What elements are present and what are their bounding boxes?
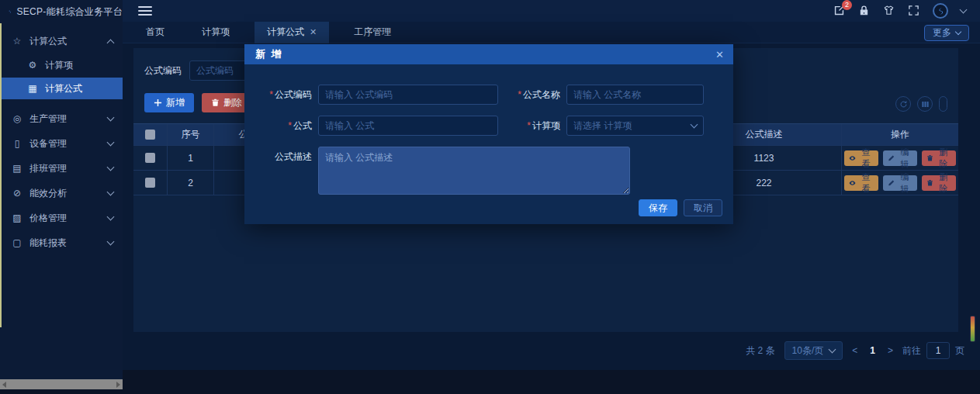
- save-button[interactable]: 保存: [639, 199, 677, 216]
- edit-button[interactable]: 编辑: [883, 175, 917, 191]
- chevron-down-icon: [107, 188, 115, 196]
- tab-process-mgmt[interactable]: 工序管理: [341, 22, 403, 43]
- trash-icon: [926, 179, 933, 187]
- star-icon: ☆: [11, 36, 23, 47]
- prev-page-button[interactable]: <: [852, 345, 857, 356]
- formula-name-input[interactable]: [566, 85, 704, 105]
- scroll-left-arrow[interactable]: [2, 382, 6, 388]
- filter-label: 公式编码: [144, 64, 182, 78]
- row-checkbox[interactable]: [145, 178, 155, 188]
- report-icon: ▢: [11, 237, 23, 248]
- sidebar-item-calc-item[interactable]: ⚙ 计算项: [0, 54, 123, 76]
- modal-header: 新 增 ✕: [244, 44, 733, 64]
- field-label-desc: 公式描述: [275, 151, 312, 162]
- refresh-icon[interactable]: [895, 96, 911, 112]
- formula-input[interactable]: [318, 116, 498, 136]
- field-label-code: 公式编码: [275, 89, 312, 100]
- sidebar-horizontal-scrollbar[interactable]: [0, 379, 123, 389]
- tab-home[interactable]: 首页: [133, 22, 177, 43]
- total-count: 共 2 条: [746, 344, 774, 358]
- grid-icon: ▦: [26, 83, 39, 94]
- select-all-checkbox[interactable]: [145, 130, 155, 140]
- formula-desc-textarea[interactable]: [318, 147, 630, 195]
- lock-icon[interactable]: [858, 5, 871, 17]
- chevron-up-icon: [107, 39, 115, 47]
- goto-page-input[interactable]: [926, 342, 950, 359]
- row-index: 2: [168, 171, 214, 195]
- next-page-button[interactable]: >: [888, 345, 893, 356]
- chevron-down-icon[interactable]: [960, 6, 968, 14]
- row-index: 1: [168, 146, 214, 170]
- plus-icon: [154, 98, 162, 107]
- column-settings-icon[interactable]: [917, 96, 933, 112]
- hamburger-menu-icon[interactable]: [138, 6, 152, 16]
- gear-icon: ⚙: [26, 60, 39, 71]
- avatar[interactable]: [933, 3, 948, 19]
- more-button[interactable]: 更多: [924, 25, 969, 41]
- close-tab-icon[interactable]: ✕: [310, 27, 317, 37]
- view-button[interactable]: 查看: [844, 175, 878, 191]
- sidebar: SECP-能耗综合业务平台 ☆ 计算公式 ⚙ 计算项 ▦ 计算公式 ◎ 生产管理…: [0, 0, 123, 379]
- row-checkbox[interactable]: [145, 153, 155, 163]
- formula-code-input[interactable]: [318, 85, 498, 105]
- sidebar-item-calc-formula-group[interactable]: ☆ 计算公式: [0, 29, 123, 53]
- chevron-down-icon: [691, 121, 698, 129]
- fullscreen-icon[interactable]: [908, 5, 920, 17]
- sidebar-item-report[interactable]: ▢ 能耗报表: [0, 231, 123, 254]
- edit-button[interactable]: 编辑: [883, 150, 917, 166]
- sidebar-item-price[interactable]: ▨ 价格管理: [0, 206, 123, 230]
- production-icon: ◎: [11, 113, 23, 124]
- sidebar-item-production[interactable]: ◎ 生产管理: [0, 107, 123, 130]
- app-logo-row: SECP-能耗综合业务平台: [0, 0, 123, 23]
- pagination: 共 2 条 10条/页 < 1 > 前往 页: [746, 341, 964, 360]
- add-button[interactable]: 新增: [144, 93, 194, 112]
- mini-scroll-indicator[interactable]: [970, 316, 975, 342]
- page-size-select[interactable]: 10条/页: [784, 341, 843, 360]
- theme-shirt-icon[interactable]: [883, 5, 895, 17]
- modal-title: 新 增: [255, 47, 283, 61]
- message-icon[interactable]: 2: [833, 5, 846, 17]
- chevron-down-icon: [107, 213, 115, 221]
- required-asterisk: *: [288, 120, 292, 131]
- trash-icon: [211, 98, 220, 107]
- view-button[interactable]: 查看: [844, 150, 878, 166]
- notification-badge: 2: [842, 0, 852, 10]
- pencil-icon: [888, 179, 895, 187]
- field-label-name: 公式名称: [523, 89, 560, 100]
- sidebar-item-schedule[interactable]: ▤ 排班管理: [0, 157, 123, 180]
- left-edge-highlight: [0, 23, 2, 327]
- required-asterisk: *: [269, 89, 273, 100]
- field-label-calc-item: 计算项: [532, 120, 560, 131]
- chevron-down-icon: [107, 164, 115, 171]
- app-title: SECP-能耗综合业务平台: [16, 5, 123, 19]
- efficiency-icon: ⊘: [11, 188, 23, 199]
- col-ops: 操作: [842, 124, 958, 145]
- row-delete-button[interactable]: 删除: [922, 175, 956, 191]
- sidebar-item-efficiency[interactable]: ⊘ 能效分析: [0, 181, 123, 205]
- schedule-icon: ▤: [11, 163, 23, 174]
- trash-icon: [926, 154, 933, 162]
- sidebar-item-device[interactable]: ▯ 设备管理: [0, 132, 123, 155]
- topbar: 2: [123, 0, 980, 22]
- cancel-button[interactable]: 取消: [684, 199, 722, 216]
- eye-icon: [849, 179, 856, 187]
- calc-item-select[interactable]: 请选择 计算项: [566, 116, 704, 136]
- chevron-down-icon: [829, 346, 836, 354]
- device-icon: ▯: [11, 138, 23, 149]
- row-delete-button[interactable]: 删除: [922, 150, 956, 166]
- scroll-right-arrow[interactable]: [116, 382, 120, 388]
- chevron-down-icon: [107, 114, 115, 122]
- required-asterisk: *: [527, 120, 531, 131]
- tabbar: 首页 计算项 计算公式 ✕ 工序管理 更多: [123, 22, 980, 43]
- page-unit-label: 页: [955, 344, 964, 358]
- footer-strip: [0, 370, 980, 394]
- sidebar-item-calc-formula[interactable]: ▦ 计算公式: [0, 78, 123, 99]
- app-logo-icon: [8, 5, 12, 19]
- add-modal: 新 增 ✕ *公式编码 *公式名称 *公式 *计算项: [244, 44, 733, 224]
- tab-calc-item[interactable]: 计算项: [189, 22, 242, 43]
- tab-calc-formula[interactable]: 计算公式 ✕: [255, 22, 329, 43]
- required-asterisk: *: [518, 89, 521, 100]
- close-icon[interactable]: ✕: [715, 49, 724, 60]
- eye-icon: [849, 154, 856, 162]
- goto-label: 前往: [902, 344, 921, 358]
